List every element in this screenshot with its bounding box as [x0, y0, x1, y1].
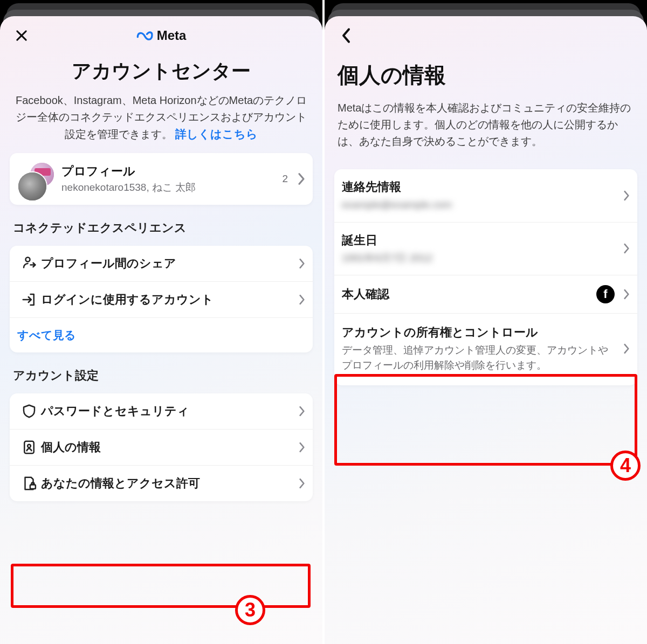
row-ownership-control[interactable]: アカウントの所有権とコントロール データ管理、追悼アカウント管理人の変更、アカウ… — [334, 314, 637, 385]
chevron-right-icon — [299, 478, 305, 489]
row-password-security[interactable]: パスワードとセキュリティ — [10, 393, 313, 430]
page-title: アカウントセンター — [10, 58, 313, 85]
profile-avatars — [17, 162, 57, 196]
chevron-right-icon — [299, 442, 305, 453]
row-contact-value: example@example.com — [342, 197, 618, 212]
row-birthday-value: 1991年8月7日 2012 — [342, 251, 618, 266]
svg-point-2 — [26, 257, 30, 261]
page-description: Metaはこの情報を本人確認およびコミュニティの安全維持のために使用します。個人… — [334, 100, 637, 160]
left-panel: Meta アカウントセンター Facebook、Instagram、Meta H… — [0, 0, 322, 644]
file-lock-icon — [21, 475, 37, 491]
profile-subtitle: nekonekotaro1538, ねこ 太郎 — [61, 181, 277, 195]
profile-card: プロフィール nekonekotaro1538, ねこ 太郎 2 — [10, 153, 313, 205]
profile-row[interactable]: プロフィール nekonekotaro1538, ねこ 太郎 2 — [10, 153, 313, 205]
personal-info-sheet: 個人の情報 Metaはこの情報を本人確認およびコミュニティの安全維持のために使用… — [325, 16, 647, 644]
chevron-right-icon — [623, 343, 630, 354]
row-login-accounts-label: ログインに使用するアカウント — [41, 292, 293, 308]
row-identity-label: 本人確認 — [342, 286, 596, 302]
chevron-right-icon — [623, 190, 630, 201]
personal-info-card: 連絡先情報 example@example.com 誕生日 1991年8月7日 … — [334, 169, 637, 385]
section-connected-experience: コネクテッドエクスペリエンス — [13, 220, 313, 236]
meta-logo-text: Meta — [157, 28, 187, 43]
learn-more-link[interactable]: 詳しくはこちら — [175, 128, 258, 140]
row-personal-info-label: 個人の情報 — [41, 439, 293, 455]
chevron-left-icon — [341, 27, 352, 44]
row-ownership-label: アカウントの所有権とコントロール — [342, 324, 618, 341]
row-profile-sharing-label: プロフィール間のシェア — [41, 255, 293, 272]
row-birthday[interactable]: 誕生日 1991年8月7日 2012 — [334, 223, 637, 276]
chevron-right-icon — [299, 294, 305, 305]
right-panel: 個人の情報 Metaはこの情報を本人確認およびコミュニティの安全維持のために使用… — [325, 0, 647, 644]
row-login-accounts[interactable]: ログインに使用するアカウント — [10, 282, 313, 318]
topbar — [334, 16, 637, 55]
section-account-settings: アカウント設定 — [13, 368, 313, 384]
login-icon — [21, 292, 37, 308]
account-settings-card: パスワードとセキュリティ 個人の情報 — [10, 393, 313, 501]
avatar-2 — [17, 171, 47, 202]
row-password-security-label: パスワードとセキュリティ — [41, 403, 293, 419]
chevron-right-icon — [623, 289, 630, 300]
chevron-right-icon — [298, 172, 305, 185]
shield-icon — [21, 403, 37, 419]
row-birthday-label: 誕生日 — [342, 232, 618, 248]
back-button[interactable] — [334, 24, 358, 47]
page-description: Facebook、Instagram、Meta HorizonなどのMetaのテ… — [10, 92, 313, 143]
page-title: 個人の情報 — [338, 60, 637, 90]
facebook-icon: f — [603, 287, 607, 301]
close-icon — [14, 28, 29, 43]
see-all-link[interactable]: すべて見る — [10, 318, 313, 352]
id-card-icon — [21, 439, 37, 455]
row-info-permissions[interactable]: あなたの情報とアクセス許可 — [10, 466, 313, 501]
row-ownership-sub: データ管理、追悼アカウント管理人の変更、アカウントやプロフィールの利用解除や削除… — [342, 343, 618, 372]
svg-rect-5 — [30, 484, 36, 489]
row-profile-sharing[interactable]: プロフィール間のシェア — [10, 246, 313, 282]
account-center-sheet: Meta アカウントセンター Facebook、Instagram、Meta H… — [0, 16, 322, 644]
profile-count: 2 — [282, 173, 288, 185]
chevron-right-icon — [299, 258, 305, 269]
svg-point-4 — [27, 444, 31, 447]
meta-logo: Meta — [136, 28, 187, 43]
share-profiles-icon — [21, 255, 37, 272]
row-contact-label: 連絡先情報 — [342, 179, 618, 195]
meta-infinity-icon — [136, 30, 154, 41]
close-button[interactable] — [10, 24, 33, 47]
profile-heading: プロフィール — [61, 163, 277, 179]
chevron-right-icon — [299, 406, 305, 417]
facebook-badge: f — [596, 285, 615, 303]
page-description-text: Facebook、Instagram、Meta HorizonなどのMetaのテ… — [16, 94, 307, 140]
row-contact-info[interactable]: 連絡先情報 example@example.com — [334, 169, 637, 223]
row-info-permissions-label: あなたの情報とアクセス許可 — [41, 475, 293, 491]
connected-card: プロフィール間のシェア ログインに使用するアカウント すべて見る — [10, 246, 313, 352]
row-identity-verification[interactable]: 本人確認 f — [334, 275, 637, 314]
chevron-right-icon — [623, 243, 630, 254]
row-personal-info[interactable]: 個人の情報 — [10, 430, 313, 466]
topbar: Meta — [10, 16, 313, 55]
